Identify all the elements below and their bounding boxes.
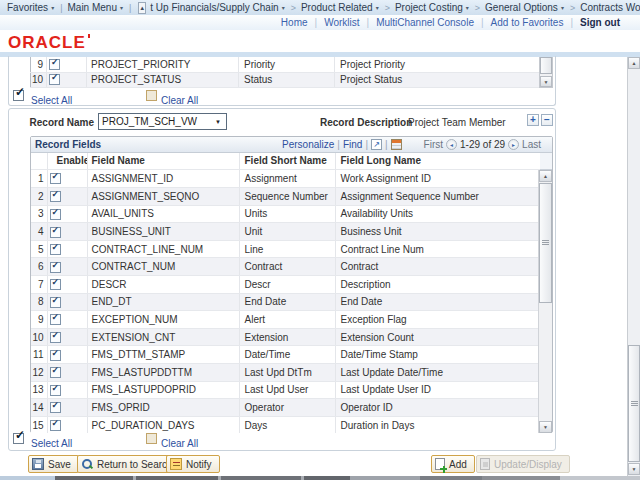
utility-link[interactable]: Worklist	[324, 17, 359, 28]
find-link[interactable]: Find	[343, 139, 362, 150]
field-short-name-cell: Contract	[239, 258, 335, 276]
record-name-value: PROJ_TM_SCH_VW	[102, 116, 197, 127]
chevron-down-icon[interactable]: ▾	[466, 4, 469, 11]
chevron-down-icon[interactable]: ▾	[561, 4, 564, 11]
breadcrumb-link[interactable]: Product Related	[301, 2, 373, 13]
pager-prev-icon[interactable]: ◄	[446, 139, 457, 150]
breadcrumb-link[interactable]: Favorites	[7, 2, 48, 13]
pager-next-icon[interactable]: ►	[508, 139, 519, 150]
chevron-down-icon[interactable]: ▾	[282, 4, 285, 11]
download-icon[interactable]	[391, 139, 402, 150]
view-all-icon[interactable]: ↗	[371, 139, 382, 150]
check-icon: ✓	[52, 312, 60, 322]
delete-row-button[interactable]: −	[541, 114, 553, 126]
enabled-checkbox[interactable]: ✓	[50, 402, 61, 413]
enabled-checkbox[interactable]: ✓	[50, 279, 61, 290]
record-name-dropdown[interactable]: PROJ_TM_SCH_VW ▼	[98, 113, 227, 130]
utility-link[interactable]: Add to Favorites	[491, 17, 564, 28]
breadcrumb-link[interactable]: Main Menu	[67, 2, 116, 13]
row-controls: + −	[527, 114, 553, 126]
enabled-checkbox[interactable]: ✓	[49, 59, 60, 70]
page-scrollbar-thumb[interactable]	[628, 345, 640, 462]
breadcrumb-link[interactable]: t Up Financials/Supply Chain	[150, 2, 278, 13]
clear-all-link[interactable]: Clear All	[161, 95, 198, 106]
chevron-down-icon[interactable]: ▾	[51, 4, 54, 11]
save-button[interactable]: Save	[28, 455, 79, 473]
field-short-name-cell: Status	[239, 72, 335, 87]
enabled-checkbox[interactable]: ✓	[50, 191, 61, 202]
table-row: 13 ✓ FMS_LASTUPDOPRID Last Upd User Last…	[31, 381, 540, 399]
table-row: 8 ✓ END_DT End Date End Date	[31, 293, 540, 311]
enabled-checkbox[interactable]: ✓	[50, 350, 61, 361]
utility-separator: |	[481, 17, 484, 28]
pager-first-link[interactable]: First	[424, 139, 443, 150]
page-scrollbar[interactable]: ▲ ▼	[627, 57, 640, 476]
enabled-checkbox[interactable]: ✓	[50, 173, 61, 184]
add-button[interactable]: Add	[431, 455, 475, 473]
clear-all-checkbox[interactable]	[146, 90, 157, 101]
enabled-checkbox[interactable]: ✓	[50, 297, 61, 308]
table-row: 5 ✓ CONTRACT_LINE_NUM Line Contract Line…	[31, 240, 540, 258]
table-row: 1 ✓ ASSIGNMENT_ID Assignment Work Assign…	[31, 170, 540, 188]
update-display-button: Update/Display	[476, 455, 570, 473]
breadcrumb-separator: >	[570, 3, 575, 13]
notify-button[interactable]: Notify	[166, 455, 220, 473]
grid-scrollbar-thumb[interactable]	[539, 183, 552, 303]
clear-all-link[interactable]: Clear All	[161, 438, 198, 449]
field-long-name-cell: Project Status	[335, 72, 540, 87]
enabled-checkbox[interactable]: ✓	[50, 209, 61, 220]
add-row-button[interactable]: +	[527, 114, 539, 126]
top-grid-scrollbar[interactable]: ▼	[539, 57, 553, 88]
check-icon: ✓	[52, 400, 60, 410]
field-short-name-cell: Unit	[239, 223, 335, 241]
utility-link[interactable]: MultiChannel Console	[376, 17, 474, 28]
menu-pin-icon[interactable]: ▲	[138, 2, 146, 14]
grid-scrollbar[interactable]: ▲ ▼	[538, 170, 552, 433]
utility-link[interactable]: Sign out	[580, 17, 620, 28]
enabled-checkbox[interactable]: ✓	[50, 227, 61, 238]
grid-column-headers: Enabled Field Name Field Short Name Fiel…	[31, 153, 552, 170]
column-header-enabled[interactable]: Enabled	[47, 153, 87, 169]
breadcrumb-separator: |	[129, 3, 131, 13]
field-long-name-cell: Operator ID	[335, 399, 540, 417]
personalize-link[interactable]: Personalize	[282, 139, 334, 150]
enabled-checkbox[interactable]: ✓	[50, 244, 61, 255]
enabled-checkbox[interactable]: ✓	[50, 332, 61, 343]
column-header-field-name[interactable]: Field Name	[87, 153, 239, 169]
select-all-link[interactable]: Select All	[31, 438, 72, 449]
select-all-checkbox[interactable]: ✓	[13, 90, 24, 101]
top-grid-scroll-down-icon[interactable]: ▼	[540, 76, 552, 87]
chevron-down-icon[interactable]: ▾	[376, 4, 379, 11]
chevron-down-icon[interactable]: ▾	[120, 4, 123, 11]
column-header-field-long-name[interactable]: Field Long Name	[335, 153, 540, 169]
check-icon: ✓	[52, 207, 60, 217]
enabled-checkbox[interactable]: ✓	[50, 385, 61, 396]
enabled-checkbox[interactable]: ✓	[50, 262, 61, 273]
page-scroll-up-icon[interactable]: ▲	[628, 57, 640, 69]
column-header-field-short-name[interactable]: Field Short Name	[239, 153, 335, 169]
select-all-checkbox[interactable]: ✓	[13, 433, 24, 444]
enabled-checkbox[interactable]: ✓	[49, 74, 60, 85]
scrollbar-grip	[542, 240, 549, 246]
enabled-checkbox[interactable]: ✓	[50, 314, 61, 325]
field-long-name-cell: Business Unit	[335, 223, 540, 241]
top-grid-scrollbar-thumb[interactable]	[540, 57, 552, 74]
save-icon	[32, 458, 44, 470]
utility-link[interactable]: Home	[281, 17, 308, 28]
row-number: 7	[31, 276, 47, 294]
breadcrumb-separator: |	[60, 3, 62, 13]
breadcrumb-link[interactable]: Contracts Workbench Template	[580, 2, 640, 13]
dropdown-caret-icon[interactable]: ▼	[215, 119, 221, 125]
breadcrumb-link[interactable]: General Options	[485, 2, 558, 13]
clear-all-checkbox[interactable]	[146, 433, 157, 444]
pager-last-link[interactable]: Last	[522, 139, 541, 150]
row-number: 1	[31, 170, 47, 188]
page-scroll-down-icon[interactable]: ▼	[628, 463, 640, 475]
grid-scroll-up-icon[interactable]: ▲	[539, 170, 552, 182]
top-grid: 9 ✓ PROJECT_PRIORITY Priority Project Pr…	[30, 57, 553, 88]
enabled-checkbox[interactable]: ✓	[50, 367, 61, 378]
breadcrumb-link[interactable]: Project Costing	[395, 2, 463, 13]
field-name-cell: FMS_LASTUPDDTTM	[87, 364, 239, 382]
enabled-checkbox[interactable]: ✓	[50, 420, 61, 431]
select-all-link[interactable]: Select All	[31, 95, 72, 106]
